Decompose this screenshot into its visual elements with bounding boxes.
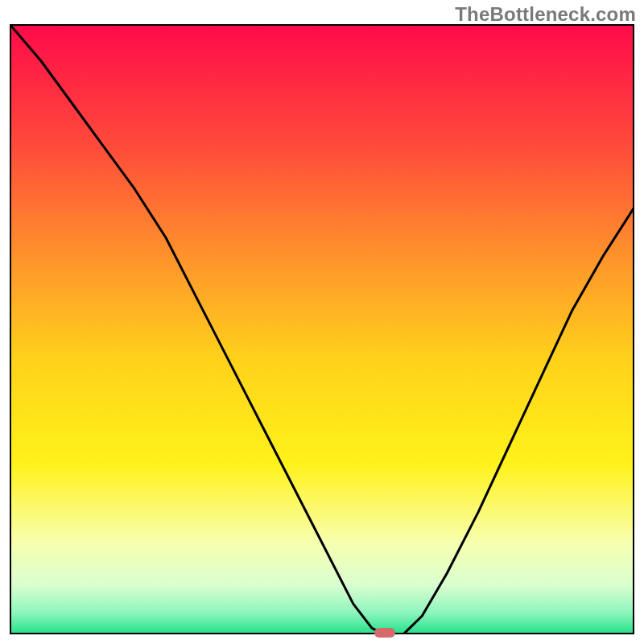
chart-container: TheBottleneck.com: [0, 0, 644, 644]
bottleneck-chart: [0, 0, 644, 644]
watermark-text: TheBottleneck.com: [455, 3, 636, 26]
